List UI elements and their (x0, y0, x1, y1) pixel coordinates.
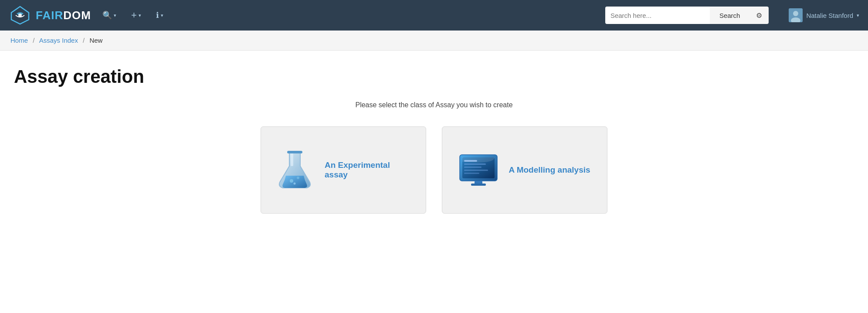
search-nav-caret: ▾ (114, 13, 116, 18)
flask-icon (276, 150, 313, 191)
logo-text: FAIRDOM (36, 9, 91, 22)
navbar: FAIRDOM 🔍 ▾ + ▾ ℹ ▾ Search ⚙ Natalie Sta… (0, 0, 868, 31)
breadcrumb-assays-index[interactable]: Assays Index (39, 37, 78, 44)
svg-point-8 (290, 179, 293, 183)
plus-icon: + (131, 10, 137, 21)
svg-point-2 (18, 14, 22, 17)
flask-icon-container (275, 150, 314, 191)
svg-rect-7 (287, 151, 302, 153)
info-nav-caret: ▾ (161, 13, 163, 18)
breadcrumb-sep-1: / (33, 37, 34, 44)
modelling-analysis-label: A Modelling analysis (509, 165, 590, 175)
logo-icon (9, 4, 31, 27)
svg-rect-19 (471, 184, 486, 186)
experimental-assay-card[interactable]: An Experimental assay (261, 126, 426, 214)
breadcrumb: Home / Assays Index / New (0, 31, 868, 51)
search-nav-icon: 🔍 (102, 10, 112, 20)
user-name: Natalie Stanford (806, 12, 853, 19)
breadcrumb-sep-2: / (83, 37, 85, 44)
main-content: Assay creation Please select the class o… (0, 51, 868, 240)
svg-point-10 (293, 182, 295, 184)
breadcrumb-current: New (89, 37, 102, 44)
logo[interactable]: FAIRDOM (9, 4, 91, 27)
svg-rect-6 (291, 152, 293, 166)
svg-rect-15 (464, 167, 481, 168)
info-nav-button[interactable]: ℹ ▾ (153, 8, 167, 23)
add-nav-caret: ▾ (139, 13, 141, 18)
search-nav-button[interactable]: 🔍 ▾ (99, 8, 120, 23)
gear-icon: ⚙ (756, 11, 762, 20)
svg-point-4 (793, 11, 798, 16)
subtitle: Please select the class of Assay you wis… (14, 101, 854, 109)
search-input[interactable] (605, 7, 710, 24)
add-nav-button[interactable]: + ▾ (128, 7, 145, 24)
avatar (789, 8, 803, 22)
gear-button[interactable]: ⚙ (749, 7, 769, 24)
user-menu-caret: ▾ (857, 13, 859, 18)
svg-rect-16 (464, 170, 488, 171)
cards-row: An Experimental assay (14, 126, 854, 214)
modelling-analysis-card[interactable]: A Modelling analysis (442, 126, 607, 214)
search-area: Search ⚙ (605, 7, 769, 24)
page-title: Assay creation (14, 66, 854, 87)
avatar-image (789, 8, 803, 22)
svg-rect-17 (464, 173, 479, 174)
breadcrumb-home[interactable]: Home (10, 37, 28, 44)
svg-rect-14 (464, 163, 486, 165)
info-icon: ℹ (156, 10, 159, 20)
monitor-icon-container (459, 154, 498, 187)
experimental-assay-label: An Experimental assay (325, 160, 412, 180)
search-button[interactable]: Search (710, 7, 750, 24)
user-menu[interactable]: Natalie Stanford ▾ (789, 8, 859, 22)
svg-point-9 (297, 177, 299, 179)
monitor-icon (459, 154, 498, 187)
